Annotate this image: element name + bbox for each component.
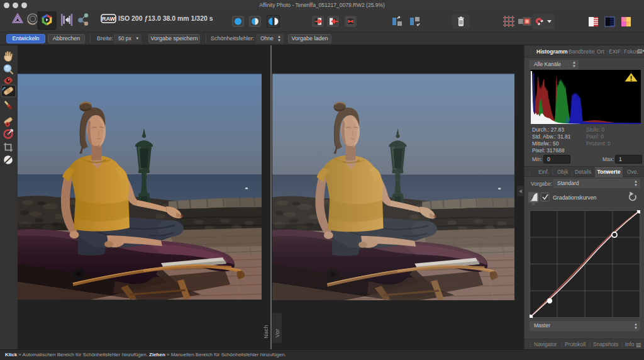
svg-text:Gradationskurven: Gradationskurven — [553, 194, 597, 201]
svg-text:ISO 200 ƒ13.0 38.0 mm 1/320 s: ISO 200 ƒ13.0 38.0 mm 1/320 s — [118, 14, 213, 22]
svg-text:RAW: RAW — [102, 16, 116, 22]
